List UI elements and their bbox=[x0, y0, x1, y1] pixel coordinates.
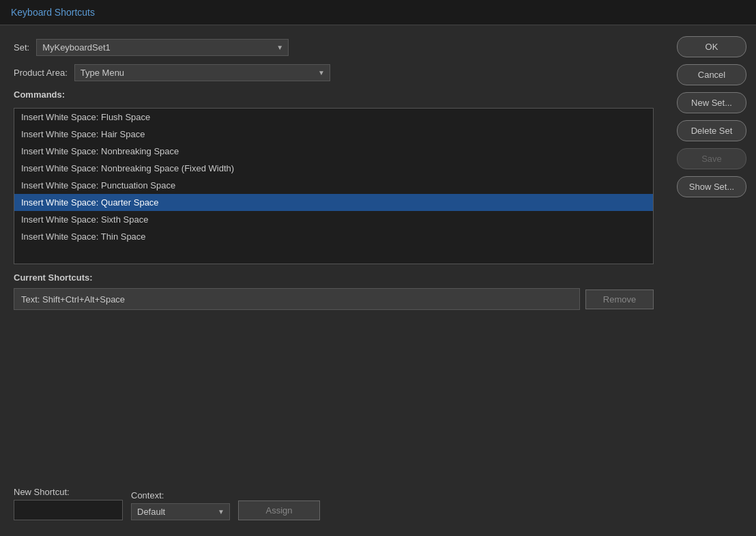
new-shortcut-section: New Shortcut: Context: Default ▼ Assign bbox=[14, 487, 654, 520]
list-item[interactable]: Insert White Space: Hair Space bbox=[14, 126, 653, 143]
show-set-button[interactable]: Show Set... bbox=[677, 176, 746, 197]
new-shortcut-input[interactable] bbox=[14, 500, 123, 520]
list-item[interactable]: Insert White Space: Nonbreaking Space bbox=[14, 143, 653, 160]
product-area-select-wrapper: Type Menu ▼ bbox=[74, 64, 330, 81]
side-panel: OK Cancel New Set... Delete Set Save Sho… bbox=[667, 25, 756, 534]
title-bar: Keyboard Shortcuts bbox=[0, 0, 756, 25]
commands-label: Commands: bbox=[14, 89, 654, 100]
set-label: Set: bbox=[14, 42, 29, 53]
context-group: Context: Default ▼ bbox=[131, 490, 230, 520]
main-panel: Set: MyKeyboardSet1 ▼ Product Area: Type… bbox=[0, 25, 667, 534]
commands-list[interactable]: Insert White Space: Flush SpaceInsert Wh… bbox=[14, 109, 653, 264]
new-shortcut-label: New Shortcut: bbox=[14, 487, 123, 497]
list-item[interactable]: Insert White Space: Sixth Space bbox=[14, 211, 653, 228]
product-area-select[interactable]: Type Menu bbox=[74, 64, 330, 81]
product-area-row: Product Area: Type Menu ▼ bbox=[14, 64, 654, 81]
cancel-button[interactable]: Cancel bbox=[677, 64, 746, 85]
list-item[interactable]: Insert White Space: Flush Space bbox=[14, 109, 653, 126]
product-area-label: Product Area: bbox=[14, 68, 68, 78]
context-label: Context: bbox=[131, 490, 230, 500]
list-item[interactable]: Insert White Space: Thin Space bbox=[14, 228, 653, 245]
shortcut-value: Text: Shift+Ctrl+Alt+Space bbox=[14, 288, 580, 310]
new-set-button[interactable]: New Set... bbox=[677, 92, 746, 113]
context-select-wrapper: Default ▼ bbox=[131, 503, 230, 520]
commands-container: Insert White Space: Flush SpaceInsert Wh… bbox=[14, 108, 654, 264]
title-accent: Shortcuts bbox=[55, 7, 95, 18]
context-select[interactable]: Default bbox=[131, 503, 230, 520]
set-select[interactable]: MyKeyboardSet1 bbox=[36, 39, 289, 56]
shortcuts-row: Text: Shift+Ctrl+Alt+Space Remove bbox=[14, 288, 654, 310]
set-select-wrapper: MyKeyboardSet1 ▼ bbox=[36, 39, 289, 56]
new-shortcut-group: New Shortcut: bbox=[14, 487, 123, 520]
delete-set-button[interactable]: Delete Set bbox=[677, 120, 746, 141]
list-item[interactable]: Insert White Space: Nonbreaking Space (F… bbox=[14, 160, 653, 177]
shortcuts-section: Current Shortcuts: Text: Shift+Ctrl+Alt+… bbox=[14, 272, 654, 310]
app-name: Keyboard bbox=[11, 7, 52, 18]
ok-button[interactable]: OK bbox=[677, 36, 746, 57]
current-shortcuts-label: Current Shortcuts: bbox=[14, 272, 654, 283]
list-item[interactable]: Insert White Space: Punctuation Space bbox=[14, 177, 653, 194]
assign-button[interactable]: Assign bbox=[238, 500, 320, 520]
empty-area bbox=[14, 318, 654, 473]
remove-button[interactable]: Remove bbox=[585, 290, 654, 309]
save-button: Save bbox=[677, 148, 746, 169]
set-row: Set: MyKeyboardSet1 ▼ bbox=[14, 39, 654, 56]
list-item[interactable]: Insert White Space: Quarter Space bbox=[14, 194, 653, 211]
